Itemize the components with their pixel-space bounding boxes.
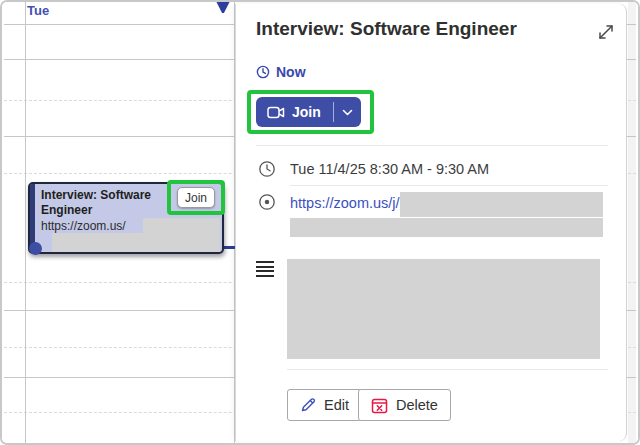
redacted-text-block xyxy=(143,218,220,234)
delete-button[interactable]: Delete xyxy=(358,389,451,421)
status-row: Now xyxy=(256,64,306,80)
video-camera-icon xyxy=(267,106,285,119)
chevron-down-icon xyxy=(342,109,353,116)
calendar-x-icon xyxy=(371,397,388,414)
time-clock-icon xyxy=(258,160,276,178)
event-join-button[interactable]: Join xyxy=(177,187,215,208)
join-button[interactable]: Join xyxy=(256,97,361,127)
divider xyxy=(256,145,608,146)
meeting-link[interactable]: https://zoom.us/j/ xyxy=(290,195,400,211)
panel-title: Interview: Software Engineer xyxy=(256,18,586,40)
redacted-notes-block xyxy=(287,259,600,359)
join-dropdown-button[interactable] xyxy=(334,97,361,127)
event-resize-handle[interactable] xyxy=(29,242,42,255)
day-column-header[interactable]: Tue xyxy=(27,3,49,18)
event-detail-panel: Interview: Software Engineer Now xyxy=(235,4,627,441)
join-button-main[interactable]: Join xyxy=(256,97,333,127)
delete-button-label: Delete xyxy=(396,397,438,413)
grid-line-vertical xyxy=(25,2,26,443)
edit-button-label: Edit xyxy=(324,397,349,413)
redacted-text-block xyxy=(290,218,603,237)
divider xyxy=(290,185,608,186)
expand-icon[interactable] xyxy=(596,22,616,42)
event-time-text: Tue 11/4/25 8:30 AM - 9:30 AM xyxy=(290,161,489,177)
event-title: Interview: Software Engineer xyxy=(41,188,179,218)
edit-button[interactable]: Edit xyxy=(287,389,362,421)
divider xyxy=(287,369,608,370)
filter-funnel-icon[interactable] xyxy=(215,0,231,13)
status-clock-icon xyxy=(256,65,270,79)
grid-line-vertical xyxy=(638,2,639,443)
join-highlight-box: Join xyxy=(247,90,374,134)
redacted-text-block xyxy=(400,192,603,217)
location-icon xyxy=(258,193,276,211)
redacted-text-block xyxy=(52,233,220,252)
app-window: Tue Interview: Software Engineer https:/… xyxy=(0,0,640,445)
pencil-icon xyxy=(300,397,316,413)
join-highlight-box: Join xyxy=(167,180,225,215)
event-link-text: https://zoom.us/ xyxy=(41,219,126,233)
join-button-label: Join xyxy=(292,104,321,120)
notes-icon xyxy=(256,261,274,279)
event-join-label: Join xyxy=(185,191,207,205)
status-text: Now xyxy=(276,64,306,80)
